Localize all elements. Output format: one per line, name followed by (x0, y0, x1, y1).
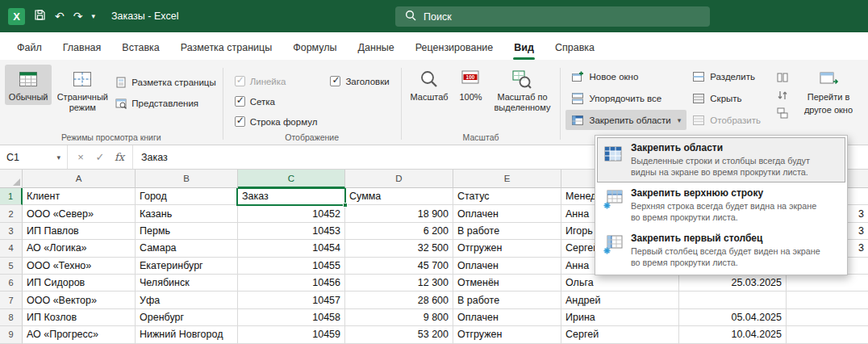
headings-checkbox[interactable]: Заголовки (330, 76, 389, 86)
customize-qat-chevron-icon[interactable]: ▾ (91, 12, 95, 20)
row-header-6[interactable]: 6 (0, 275, 23, 292)
cell[interactable]: Заказ (238, 188, 345, 205)
row-header-9[interactable]: 9 (0, 326, 23, 343)
cell[interactable]: Статус (453, 188, 561, 205)
formula-bar-checkbox[interactable]: Строка формул (235, 116, 318, 127)
cell[interactable] (787, 275, 868, 292)
excel-app-icon[interactable]: X (8, 8, 25, 25)
cell[interactable]: 10452 (238, 205, 345, 222)
cell[interactable]: В работе (453, 223, 561, 240)
row-header-1[interactable]: 1 (0, 188, 23, 205)
cell[interactable]: Город (136, 188, 238, 205)
tab-review[interactable]: Рецензирование (405, 35, 504, 60)
name-box[interactable]: C1 ▾ (0, 145, 68, 169)
tab-page-layout[interactable]: Разметка страницы (170, 35, 282, 60)
cell[interactable]: Ольга (561, 275, 679, 292)
cell[interactable]: 10459 (238, 326, 345, 343)
reset-window-position-button[interactable] (775, 107, 790, 120)
cell[interactable]: 10454 (238, 240, 345, 257)
cell[interactable]: ООО «Север» (23, 205, 136, 222)
row-header-8[interactable]: 8 (0, 309, 23, 326)
cell[interactable]: АО «Прогресс» (23, 326, 136, 343)
save-icon[interactable] (34, 9, 46, 24)
cell[interactable]: Отгружен (453, 326, 561, 343)
cell[interactable]: Отгружен (453, 240, 561, 257)
cell[interactable]: 10455 (238, 258, 345, 275)
column-header-c[interactable]: C (238, 170, 345, 188)
cell[interactable]: 25.03.2025 (679, 275, 787, 292)
cell[interactable]: ИП Павлов (23, 223, 136, 240)
gridlines-checkbox[interactable]: Сетка (235, 96, 318, 107)
column-header-b[interactable]: B (136, 170, 238, 188)
page-layout-view-button[interactable]: Разметка страницы (115, 76, 215, 89)
select-all-corner[interactable] (0, 170, 23, 188)
cell[interactable]: ИП Сидоров (23, 275, 136, 292)
row-header-2[interactable]: 2 (0, 205, 23, 222)
cell[interactable]: Сергей (561, 326, 679, 343)
arrange-all-button[interactable]: Упорядочить все (565, 88, 686, 108)
custom-views-button[interactable]: Представления (115, 97, 215, 110)
cell[interactable]: 6 200 (345, 223, 453, 240)
menu-item-freeze-top-row[interactable]: Закрепить верхнюю строку Верхняя строка … (597, 182, 845, 228)
zoom-to-selection-button[interactable]: Масштаб по выделенному (489, 65, 555, 115)
cell[interactable]: 10456 (238, 275, 345, 292)
tab-data[interactable]: Данные (348, 35, 405, 60)
zoom-button[interactable]: Масштаб (407, 65, 453, 105)
tab-home[interactable]: Главная (52, 35, 112, 60)
row-header-4[interactable]: 4 (0, 240, 23, 257)
cell[interactable]: 10457 (238, 292, 345, 308)
cell[interactable]: Екатеринбург (136, 258, 238, 275)
synchronous-scrolling-button[interactable] (775, 89, 790, 102)
cell[interactable]: ИП Козлов (23, 309, 136, 326)
cell[interactable]: Сумма (345, 188, 453, 205)
cell[interactable]: Отменён (453, 275, 561, 292)
cell[interactable]: Клиент (23, 188, 136, 205)
cell[interactable]: 32 500 (345, 240, 453, 257)
cell[interactable]: Уфа (136, 292, 238, 308)
cell[interactable] (787, 292, 868, 308)
cell[interactable]: 9 800 (345, 309, 453, 326)
view-side-by-side-button[interactable] (775, 71, 790, 84)
menu-item-freeze-panes[interactable]: Закрепить области Выделенные строки и ст… (597, 137, 845, 182)
cell[interactable] (787, 309, 868, 326)
freeze-panes-button[interactable]: Закрепить области ▾ (565, 110, 686, 130)
cell[interactable]: 12 300 (345, 275, 453, 292)
cell[interactable] (787, 326, 868, 343)
tab-file[interactable]: Файл (6, 35, 52, 60)
cancel-icon[interactable]: × (71, 151, 90, 163)
cell[interactable]: Самара (136, 240, 238, 257)
column-header-a[interactable]: A (23, 170, 136, 188)
cell[interactable]: Оренбург (136, 309, 238, 326)
unhide-button[interactable]: Отобразить (686, 110, 766, 130)
cell[interactable]: 10458 (238, 309, 345, 326)
column-header-d[interactable]: D (345, 170, 453, 188)
switch-windows-button[interactable]: Перейти в другое окно (794, 65, 863, 117)
new-window-button[interactable]: Новое окно (565, 66, 686, 86)
cell[interactable]: 05.04.2025 (679, 309, 787, 326)
tab-formulas[interactable]: Формулы (282, 35, 347, 60)
tab-view[interactable]: Вид (503, 35, 545, 60)
cell[interactable]: ООО «Вектор» (23, 292, 136, 308)
cell[interactable]: 53 200 (345, 326, 453, 343)
cell[interactable]: АО «Логика» (23, 240, 136, 257)
cell[interactable]: 10453 (238, 223, 345, 240)
enter-icon[interactable]: ✓ (90, 151, 110, 163)
cell[interactable] (679, 292, 787, 308)
cell[interactable]: 28 600 (345, 292, 453, 308)
hide-button[interactable]: Скрыть (686, 88, 766, 108)
row-header-5[interactable]: 5 (0, 258, 23, 275)
zoom-100-button[interactable]: 100 100% (452, 65, 489, 105)
cell[interactable]: Андрей (561, 292, 679, 308)
ruler-checkbox[interactable]: Линейка (235, 76, 318, 86)
tab-insert[interactable]: Вставка (111, 35, 169, 60)
row-header-3[interactable]: 3 (0, 223, 23, 240)
menu-item-freeze-first-column[interactable]: Закрепить первый столбец Первый столбец … (597, 228, 845, 273)
cell[interactable]: 45 700 (345, 258, 453, 275)
page-break-preview-button[interactable]: Страничный режим (52, 65, 113, 115)
cell[interactable]: Оплачен (453, 205, 561, 222)
tab-help[interactable]: Справка (545, 35, 605, 60)
cell[interactable]: Оплачен (453, 258, 561, 275)
cell[interactable]: Ирина (561, 309, 679, 326)
cell[interactable]: Оплачен (453, 309, 561, 326)
column-header-e[interactable]: E (453, 170, 561, 188)
